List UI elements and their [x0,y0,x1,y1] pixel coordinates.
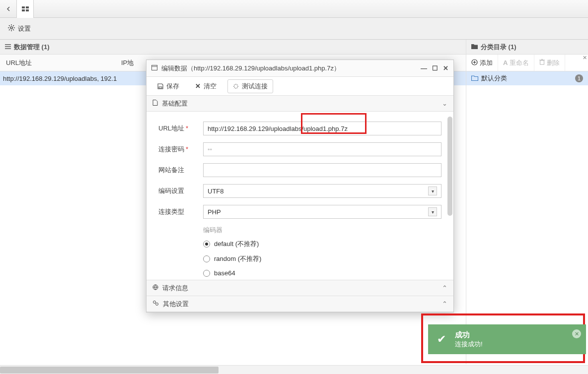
label-note: 网站备注 [158,166,203,175]
highlight-box-toast: ✔ 成功 连接成功! ✕ [421,313,585,363]
password-input[interactable] [203,142,441,156]
section-basic-label: 基础配置 [162,99,188,108]
section-request[interactable]: 请求信息 ⌃ [147,280,453,296]
svg-rect-2 [22,9,25,11]
col-url[interactable]: URL地址 [0,59,119,67]
note-input[interactable] [203,163,441,177]
toast-close-button[interactable]: ✕ [572,329,581,338]
encoder-random[interactable]: random (不推荐) [203,254,441,263]
label-password: 连接密码* [158,145,203,154]
window-icon [151,64,157,72]
toast-title: 成功 [455,330,483,340]
chevron-down-icon: ▾ [428,187,437,195]
clear-label: 清空 [204,82,217,91]
radio-icon [203,241,210,248]
svg-rect-24 [159,87,162,88]
check-icon: ✔ [437,333,446,346]
encoder-base64-label: base64 [214,269,235,277]
svg-line-10 [13,29,14,30]
category-header: 分类目录 (1) [466,40,588,55]
col-ip[interactable]: IP地 [119,59,134,67]
settings-label[interactable]: 设置 [18,24,31,33]
top-tab-bar [0,0,588,18]
label-conntype: 连接类型 [158,207,203,216]
folder-icon [471,75,478,82]
folder-solid-icon [471,43,478,51]
encoding-select[interactable]: UTF8 ▾ [203,184,441,198]
label-url: URL地址* [158,124,203,133]
section-other[interactable]: 其他设置 ⌃ [147,296,453,312]
svg-line-30 [237,87,238,88]
radio-icon [203,255,210,262]
label-encoding: 编码设置 [158,187,203,195]
encoder-random-label: random (不推荐) [214,254,261,263]
delete-label: 删除 [547,59,560,67]
encoder-default-label: default (不推荐) [214,240,259,249]
chevron-up-icon: ⌃ [442,284,447,292]
vertical-scrollbar[interactable] [447,117,452,275]
list-icon [5,43,11,51]
save-label: 保存 [166,82,179,91]
add-label: 添加 [480,59,493,67]
conntype-value: PHP [208,208,221,216]
trash-icon [539,59,545,66]
chevron-down-icon: ▾ [428,207,437,216]
svg-rect-3 [26,9,29,11]
svg-rect-22 [152,65,157,70]
edit-data-modal: 编辑数据（http://192.168.29.129/uploadlabs/up… [146,60,454,312]
delete-button[interactable]: 删除 [534,55,565,71]
category-toolbar: 添加 A 重命名 删除 [466,55,588,71]
globe-icon [152,284,158,292]
url-input[interactable] [203,122,441,135]
svg-point-4 [10,27,12,29]
conntype-select[interactable]: PHP ▾ [203,205,441,219]
encoder-base64[interactable]: base64 [203,269,441,277]
category-item[interactable]: 默认分类 1 [466,71,588,85]
tab-grid[interactable] [17,0,34,18]
font-icon: A [503,59,508,66]
save-icon [157,83,163,89]
close-button[interactable]: ✕ [443,64,448,72]
panel-close-icon[interactable]: ✕ [583,55,587,61]
rename-label: 重命名 [510,59,529,67]
grid-icon [22,6,29,11]
section-other-label: 其他设置 [163,300,189,309]
success-toast: ✔ 成功 连接成功! ✕ [428,324,586,354]
gear-icon [8,24,15,33]
svg-rect-0 [22,6,25,8]
clear-button[interactable]: ✕ 清空 [190,79,221,93]
radio-icon [203,270,210,277]
tab-menu[interactable] [0,0,17,18]
svg-rect-19 [540,61,544,64]
settings-bar: 设置 [0,18,588,40]
count-badge: 1 [575,74,583,82]
minimize-button[interactable]: — [421,64,427,72]
file-icon [152,100,158,107]
rename-button[interactable]: A 重命名 [498,55,534,71]
section-basic[interactable]: 基础配置 ⌄ [147,96,453,112]
row-url-ip: http://192.168.29.129/uploadlabs, 192.1 [0,75,117,82]
plus-circle-icon [471,59,478,67]
chevron-left-icon [6,6,11,11]
category-title: 分类目录 (1) [481,43,516,52]
test-connection-button[interactable]: 测试连接 [227,79,273,93]
maximize-button[interactable]: ☐ [432,64,438,72]
category-name: 默认分类 [481,74,507,83]
modal-titlebar[interactable]: 编辑数据（http://192.168.29.129/uploadlabs/up… [147,60,453,77]
data-panel-title: 数据管理 (1) [14,43,50,52]
modal-title: 编辑数据（http://192.168.29.129/uploadlabs/up… [161,64,340,73]
toast-message: 连接成功! [455,340,483,349]
svg-line-9 [9,25,10,26]
svg-line-31 [234,87,235,88]
svg-point-34 [153,301,156,304]
svg-line-11 [9,29,10,30]
spinner-icon [233,83,239,89]
add-button[interactable]: 添加 [466,55,498,71]
save-button[interactable]: 保存 [152,79,184,93]
scrollbar-thumb[interactable] [0,367,219,374]
chevron-down-icon: ⌄ [442,100,447,107]
modal-toolbar: 保存 ✕ 清空 测试连接 [147,77,453,96]
encoder-default[interactable]: default (不推荐) [203,240,441,249]
scrollbar-thumb[interactable] [447,117,452,216]
horizontal-scrollbar[interactable] [0,365,588,374]
